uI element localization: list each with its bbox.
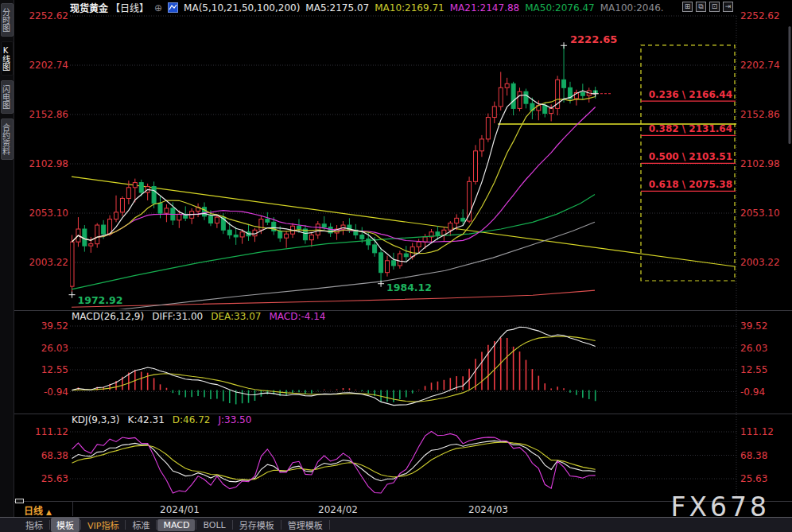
svg-text:2003.22: 2003.22 (29, 257, 68, 268)
ma5-value: MA5:2175.07 (305, 2, 369, 14)
svg-text:26.03: 26.03 (41, 343, 68, 354)
ma50-line (72, 195, 595, 289)
overlay-windows-icon[interactable]: ⧉ (696, 2, 706, 12)
trading-app: 0.236 \ 2166.440.382 \ 2131.640.500 \ 21… (0, 0, 792, 532)
kdj-k-line (72, 441, 596, 482)
vertical-scrollbar[interactable] (789, 26, 791, 144)
sidebar-item-kline-chart[interactable]: K线图 (1, 41, 14, 76)
left-sidebar: 分时图 K线图 闪电图 合约资料 (0, 0, 14, 517)
ma100-value: MA100:2046. (600, 2, 664, 14)
svg-text:0.382 \ 2131.64: 0.382 \ 2131.64 (649, 123, 732, 134)
tab-divider (49, 520, 50, 530)
tab-save-template[interactable]: 另存模板 (234, 518, 280, 532)
svg-text:12.55: 12.55 (740, 364, 767, 375)
svg-text:2202.74: 2202.74 (29, 60, 68, 71)
window-toolbar: ⊞ ⧉ ⊡ ⇥ (682, 2, 733, 12)
macd-diff-line (72, 327, 596, 405)
triangle-up-icon: ▲ (46, 508, 52, 516)
fib-retracement[interactable]: 0.236 \ 2166.440.382 \ 2131.640.500 \ 21… (641, 89, 736, 191)
svg-text:111.12: 111.12 (740, 426, 774, 437)
svg-text:39.52: 39.52 (740, 320, 767, 332)
bottom-tabbar: 指标 模板 VIP指标 标准 MACD BOLL 另存模板 管理模板 (0, 517, 792, 532)
macd-dea-value: DEA:33.07 (211, 311, 261, 322)
kdj-k-value: K:42.31 (128, 414, 165, 425)
svg-text:39.52: 39.52 (41, 320, 68, 332)
expand-icon[interactable]: ⊕ (154, 2, 162, 14)
sidebar-item-time-chart[interactable]: 分时图 (1, 3, 14, 37)
svg-text:2102.98: 2102.98 (740, 158, 780, 169)
svg-text:1984.12: 1984.12 (386, 282, 432, 293)
collapse-right-icon[interactable]: ⇥ (723, 2, 733, 12)
svg-text:2252.62: 2252.62 (29, 10, 68, 21)
svg-text:-0.94: -0.94 (44, 386, 68, 398)
svg-text:2152.86: 2152.86 (740, 109, 780, 120)
period-label: 日线 (24, 506, 43, 517)
symbol-name: 现货黄金 (70, 1, 108, 14)
tab-boll[interactable]: BOLL (197, 519, 231, 531)
tab-divider (232, 520, 233, 530)
price-axis-labels-left: 2252.622202.742152.862102.982053.102003.… (29, 10, 68, 484)
tab-divider (80, 520, 81, 530)
svg-text:25.63: 25.63 (41, 473, 68, 484)
price-axis-labels-right: 2252.622202.742152.862102.982053.102003.… (740, 10, 780, 484)
gridlines (70, 16, 736, 499)
macd-header: MACD(26,12,9) DIFF:31.00 DEA:33.07 MACD:… (72, 311, 325, 322)
kdj-params: KDJ(9,3,3) (72, 414, 120, 425)
period-selector[interactable]: 日线▲ (24, 503, 52, 517)
tab-manage-templates[interactable]: 管理模板 (282, 518, 328, 532)
ma21-value: MA21:2147.88 (450, 2, 520, 14)
month-label-mar: 2024/03 (464, 504, 512, 515)
month-label-feb: 2024/02 (314, 504, 362, 515)
macd-value: MACD:-4.14 (269, 311, 325, 322)
svg-text:12.55: 12.55 (41, 364, 68, 375)
macd-diff-value: DIFF:31.00 (152, 311, 203, 322)
main-price-panel (70, 45, 736, 315)
chart-header: 现货黄金 【日线】 ⊕ MA(5,10,21,50,100,200) MA5:2… (70, 2, 664, 14)
svg-text:2252.62: 2252.62 (740, 10, 780, 21)
svg-text:2053.10: 2053.10 (29, 208, 68, 219)
svg-text:0.236 \ 2166.44: 0.236 \ 2166.44 (649, 89, 732, 100)
ma21-line (72, 107, 596, 243)
tab-divider (156, 520, 157, 530)
sidebar-item-lightning-chart[interactable]: 闪电图 (1, 80, 14, 114)
kdj-header: KDJ(9,3,3) K:42.31 D:46.72 J:33.50 (72, 414, 251, 425)
tab-divider (329, 520, 330, 530)
svg-text:25.63: 25.63 (740, 473, 767, 484)
svg-text:68.38: 68.38 (740, 450, 767, 461)
tab-divider (281, 520, 281, 530)
tab-macd[interactable]: MACD (157, 519, 195, 531)
svg-text:1972.92: 1972.92 (78, 294, 123, 306)
month-label-jan: 2024/01 (156, 504, 204, 515)
period-tag: 【日线】 (111, 1, 149, 14)
ma50-value: MA50:2076.47 (525, 2, 595, 14)
tab-divider (196, 520, 196, 530)
chart-canvas[interactable]: 0.236 \ 2166.440.382 \ 2131.640.500 \ 21… (0, 0, 792, 532)
panel-right-icon[interactable]: ⊡ (709, 2, 720, 12)
svg-text:2202.74: 2202.74 (740, 60, 780, 71)
grid-layout-icon[interactable]: ⊞ (682, 2, 693, 12)
svg-text:0.500 \ 2103.51: 0.500 \ 2103.51 (649, 151, 732, 162)
tab-standard[interactable]: 标准 (126, 518, 155, 532)
chart-type-icon[interactable] (168, 2, 178, 13)
ma10-value: MA10:2169.71 (375, 2, 445, 14)
kdj-j-line (72, 432, 596, 494)
svg-text:-0.94: -0.94 (740, 386, 765, 398)
sidebar-item-contract-info[interactable]: 合约资料 (1, 118, 14, 160)
macd-params: MACD(26,12,9) (72, 311, 144, 322)
svg-text:2053.10: 2053.10 (740, 208, 780, 219)
scroll-corner-widget[interactable] (15, 499, 24, 503)
kdj-d-value: D:46.72 (173, 414, 211, 425)
svg-text:111.12: 111.12 (35, 426, 68, 437)
tab-indicators[interactable]: 指标 (20, 518, 49, 532)
descending-trendline[interactable] (72, 177, 736, 266)
ma-params-label: MA(5,10,21,50,100,200) (184, 2, 300, 14)
kdj-j-value: J:33.50 (218, 414, 251, 425)
tab-templates[interactable]: 模板 (51, 518, 80, 532)
svg-text:68.38: 68.38 (41, 450, 68, 461)
svg-text:2003.22: 2003.22 (740, 257, 780, 268)
tab-divider (125, 520, 126, 530)
tab-vip-indicators[interactable]: VIP指标 (82, 518, 124, 532)
svg-text:26.03: 26.03 (740, 343, 767, 354)
ma5-line (72, 91, 596, 262)
svg-text:2222.65: 2222.65 (570, 33, 617, 45)
